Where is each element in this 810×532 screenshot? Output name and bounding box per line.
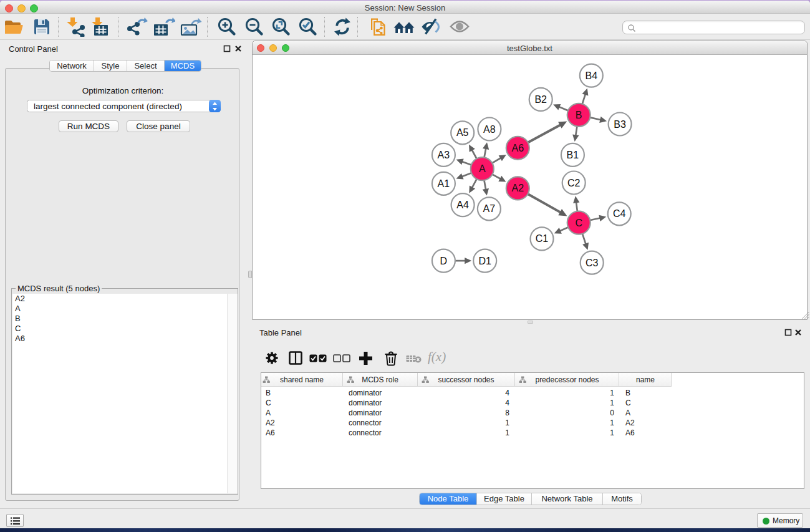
svg-text:C: C xyxy=(575,218,582,228)
svg-text:B4: B4 xyxy=(586,70,598,81)
svg-text:C2: C2 xyxy=(567,178,581,188)
svg-text:B3: B3 xyxy=(614,119,626,130)
svg-text:C3: C3 xyxy=(586,258,599,268)
svg-text:B1: B1 xyxy=(567,150,579,160)
svg-text:A7: A7 xyxy=(483,203,496,214)
svg-text:C4: C4 xyxy=(613,208,626,219)
svg-text:B: B xyxy=(576,110,582,120)
svg-text:A6: A6 xyxy=(512,143,524,153)
svg-text:A1: A1 xyxy=(438,178,450,189)
svg-text:D1: D1 xyxy=(478,256,491,266)
svg-text:A2: A2 xyxy=(512,183,524,193)
svg-text:C1: C1 xyxy=(536,233,549,244)
svg-text:B2: B2 xyxy=(534,94,547,105)
svg-text:A5: A5 xyxy=(456,127,469,138)
svg-text:A3: A3 xyxy=(438,150,450,160)
svg-text:D: D xyxy=(440,256,448,266)
svg-text:A: A xyxy=(479,163,486,174)
svg-text:A4: A4 xyxy=(456,200,469,210)
svg-text:A8: A8 xyxy=(483,124,496,135)
